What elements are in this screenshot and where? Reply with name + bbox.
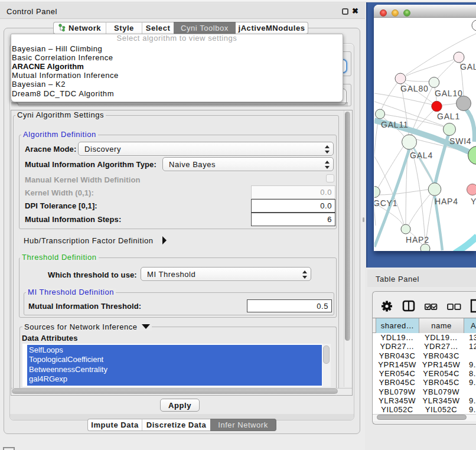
svg-text:GAL11: GAL11 — [381, 120, 409, 129]
svg-text:HAP4: HAP4 — [435, 197, 458, 206]
svg-text:SWI4: SWI4 — [449, 136, 471, 146]
svg-text:HAP2: HAP2 — [406, 235, 429, 244]
svg-text:GAL10: GAL10 — [435, 89, 463, 98]
svg-text:GAL4: GAL4 — [410, 151, 433, 160]
svg-text:GCY1: GCY1 — [374, 198, 397, 208]
svg-text:GAL1: GAL1 — [437, 112, 460, 121]
svg-text:GAL7: GAL7 — [460, 62, 476, 71]
svg-text:YL: YL — [471, 197, 476, 206]
svg-text:GAL80: GAL80 — [400, 84, 429, 93]
